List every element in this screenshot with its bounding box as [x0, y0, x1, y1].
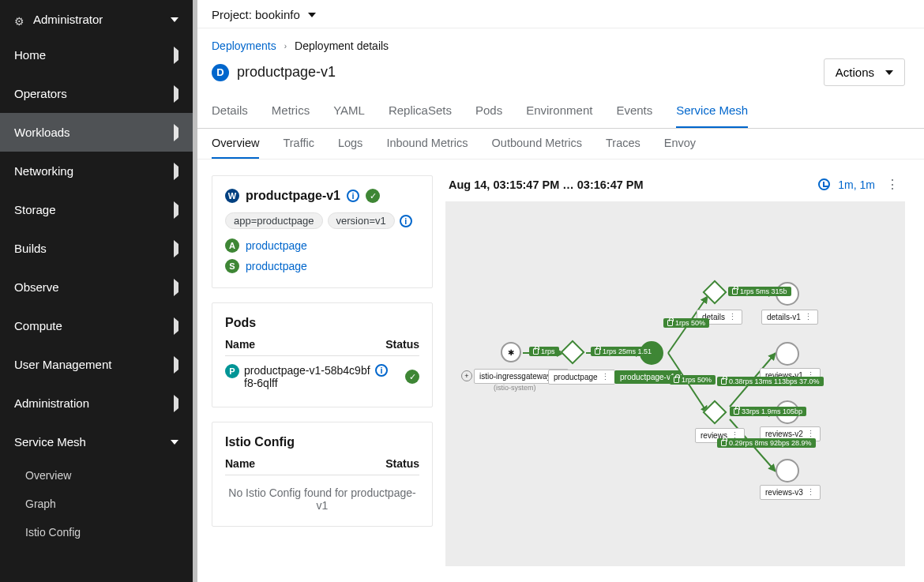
lock-icon [721, 378, 727, 385]
breadcrumb-link-deployments[interactable]: Deployments [212, 39, 276, 52]
label-svc-productpage[interactable]: productpage⋮ [548, 370, 615, 385]
breadcrumb-current: Deployment details [295, 39, 389, 52]
graph-range[interactable]: 1m, 1m [838, 178, 875, 191]
graph-timestamp: Aug 14, 03:15:47 PM … 03:16:47 PM [449, 178, 644, 191]
sidebar-item-administration[interactable]: Administration [0, 384, 193, 422]
sidebar-item-service-mesh[interactable]: Service Mesh [0, 422, 193, 461]
chevron-right-icon [174, 356, 178, 374]
traffic-graph[interactable]: ✱ + istio-ingressgateway⋮ (istio-system)… [445, 201, 905, 566]
edge-label: 0.29rps 8ms 92bps 28.9% [717, 438, 816, 448]
tab-replicasets[interactable]: ReplicaSets [389, 96, 452, 128]
resource-badge-deployment: D [212, 64, 229, 81]
pod-badge: P [225, 364, 239, 378]
info-icon[interactable]: i [375, 364, 388, 377]
info-icon[interactable]: i [400, 215, 412, 227]
subtab-traffic[interactable]: Traffic [283, 129, 314, 159]
chevron-right-icon [174, 163, 178, 180]
table-row: P productpage-v1-58b4c9bff8-6qlff i ✓ [225, 356, 419, 392]
lock-icon [734, 408, 739, 415]
edge-label: 1rps 50% [670, 375, 716, 385]
info-icon[interactable]: i [347, 190, 359, 202]
istio-empty-text: No Istio Config found for productpage-v1 [225, 475, 419, 512]
label-chip: app=productpage [225, 212, 323, 229]
sidebar-item-home[interactable]: Home [0, 36, 193, 74]
subtab-logs[interactable]: Logs [338, 129, 362, 159]
tab-details[interactable]: Details [212, 96, 248, 128]
gear-icon [14, 14, 25, 25]
breadcrumb: Deployments › Deployment details [212, 39, 389, 52]
node-svc-productpage[interactable] [560, 340, 584, 364]
edge-label: 1rps 25ms 1.51 [591, 347, 655, 356]
subtab-traces[interactable]: Traces [606, 129, 640, 159]
chevron-right-icon [174, 395, 178, 412]
pod-name-text: productpage-v1-58b4c9bff8-6qlff [244, 364, 370, 389]
tab-service-mesh[interactable]: Service Mesh [676, 96, 748, 128]
pods-heading: Pods [225, 316, 419, 330]
chevron-down-icon [885, 70, 893, 75]
node-svc-details[interactable] [702, 280, 727, 304]
link-app-productpage[interactable]: productpage [246, 239, 307, 252]
pods-card: Pods Name Status P productpage-v1-58b4c9… [212, 302, 433, 407]
label-reviews-v3[interactable]: reviews-v3⋮ [760, 485, 821, 500]
page-title: productpage-v1 [237, 64, 336, 81]
sidebar-item-observe[interactable]: Observe [0, 268, 193, 306]
tab-metrics[interactable]: Metrics [272, 96, 310, 128]
lock-icon [732, 288, 738, 295]
link-svc-productpage[interactable]: productpage [246, 260, 307, 272]
workload-badge: W [225, 189, 239, 203]
chevron-right-icon [174, 240, 178, 257]
sidebar-scrollbar[interactable] [193, 0, 197, 582]
istio-heading: Istio Config [225, 435, 419, 449]
subtab-envoy[interactable]: Envoy [664, 129, 696, 159]
tab-yaml[interactable]: YAML [333, 96, 365, 128]
sidebar-item-storage[interactable]: Storage [0, 190, 193, 229]
sidebar-item-workloads[interactable]: Workloads [0, 113, 193, 152]
chevron-right-icon [174, 279, 178, 296]
sidebar-subitem-overview[interactable]: Overview [0, 461, 193, 490]
project-label: Project: bookinfo [212, 8, 300, 21]
project-selector[interactable]: Project: bookinfo [193, 0, 924, 28]
chevron-right-icon [174, 47, 178, 64]
node-reviews-v1[interactable] [776, 342, 799, 366]
tab-events[interactable]: Events [616, 96, 652, 128]
sidebar-subitem-istio-config[interactable]: Istio Config [0, 518, 193, 546]
sidebar-item-compute[interactable]: Compute [0, 306, 193, 345]
persona-switcher[interactable]: Administrator [0, 0, 193, 36]
sidebar-item-operators[interactable]: Operators [0, 74, 193, 113]
service-badge: S [225, 259, 239, 273]
chevron-right-icon [174, 85, 178, 103]
label-details-v1[interactable]: details-v1⋮ [761, 310, 818, 325]
sidebar-item-user-management[interactable]: User Management [0, 345, 193, 384]
istio-config-card: Istio Config Name Status No Istio Config… [212, 422, 433, 527]
tab-pods[interactable]: Pods [475, 96, 502, 128]
sidebar-subitem-graph[interactable]: Graph [0, 490, 193, 518]
node-reviews-v3[interactable] [776, 459, 799, 482]
subtab-overview[interactable]: Overview [212, 129, 259, 159]
lock-icon [595, 348, 600, 355]
chevron-down-icon [171, 440, 178, 445]
col-status: Status [385, 338, 419, 351]
edge-label: 1rps [529, 347, 559, 356]
tab-environment[interactable]: Environment [526, 96, 592, 128]
col-name: Name [225, 457, 255, 470]
subtab-inbound-metrics[interactable]: Inbound Metrics [386, 129, 468, 159]
chevron-right-icon: › [284, 42, 287, 51]
clock-icon [818, 178, 830, 190]
health-ok-icon: ✓ [366, 189, 380, 203]
sidebar-item-networking[interactable]: Networking [0, 152, 193, 190]
workload-summary-card: W productpage-v1 i ✓ app=productpage ver… [212, 175, 433, 288]
subtab-outbound-metrics[interactable]: Outbound Metrics [492, 129, 582, 159]
health-ok-icon: ✓ [405, 370, 419, 384]
sidebar: Administrator Home Operators Workloads N… [0, 0, 193, 582]
edge-label: 1rps 50% [663, 318, 709, 328]
chevron-right-icon [174, 201, 178, 219]
workload-name: productpage-v1 [246, 189, 340, 203]
main-content: Project: bookinfo Deployments › Deployme… [193, 0, 924, 582]
actions-button[interactable]: Actions [824, 58, 905, 86]
expand-icon[interactable]: + [461, 370, 472, 381]
edge-label: 33rps 1.9ms 105bp [730, 407, 806, 416]
sidebar-item-builds[interactable]: Builds [0, 229, 193, 268]
node-unknown[interactable]: ✱ [501, 342, 521, 362]
node-svc-reviews[interactable] [702, 400, 727, 424]
kebab-icon[interactable]: ⋮ [883, 177, 902, 192]
